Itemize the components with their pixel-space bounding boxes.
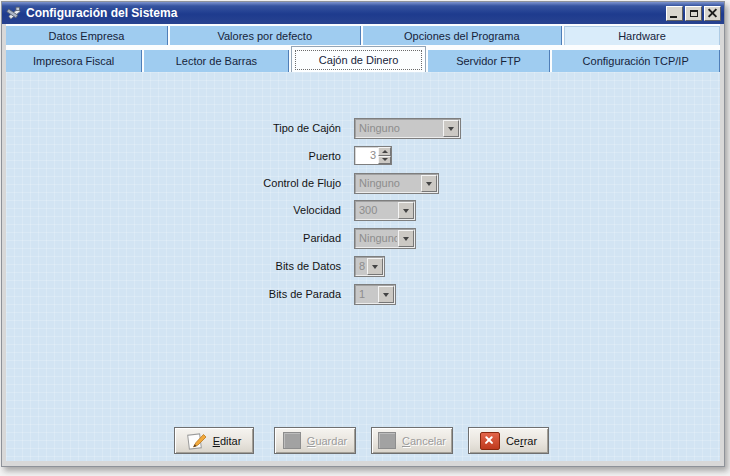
bits-de-parada-combobox[interactable]: 1 <box>354 284 396 305</box>
edit-pencil-icon <box>187 432 207 450</box>
field-label-tipo-de-cajon: Tipo de Cajón <box>273 118 341 139</box>
tab-datos-empresa[interactable]: Datos Empresa <box>6 26 168 45</box>
dialog-window: Configuración del Sistema Datos Empresa … <box>1 1 725 467</box>
tab-row-hardware: Impresora Fiscal Lector de Barras Cajón … <box>6 46 720 72</box>
dropdown-arrow-icon[interactable] <box>398 202 414 219</box>
puerto-spinner[interactable]: 3 <box>354 146 392 165</box>
tab-hardware[interactable]: Hardware <box>564 26 720 45</box>
field-label-bits-de-parada: Bits de Parada <box>269 284 341 305</box>
form-row: Paridad Ninguno <box>6 228 720 249</box>
spinner-down-icon[interactable] <box>378 156 391 165</box>
dropdown-arrow-icon[interactable] <box>367 258 383 275</box>
spinner-up-icon[interactable] <box>378 147 391 156</box>
velocidad-value: 300 <box>355 201 397 220</box>
minimize-icon <box>670 16 677 18</box>
field-label-control-de-flujo: Control de Flujo <box>263 173 341 194</box>
tab-impresora-fiscal[interactable]: Impresora Fiscal <box>6 50 142 72</box>
cerrar-label: Cerrar <box>506 435 537 447</box>
tipo-de-cajon-value: Ninguno <box>355 119 442 138</box>
close-icon <box>708 9 717 18</box>
form-row: Bits de Parada 1 <box>6 284 720 305</box>
tab-servidor-ftp[interactable]: Servidor FTP <box>428 50 551 72</box>
tab-valores-por-defecto[interactable]: Valores por defecto <box>170 26 361 45</box>
field-label-puerto: Puerto <box>309 146 341 167</box>
tab-configuracion-tcpip[interactable]: Configuración TCP/IP <box>552 50 720 72</box>
cajon-de-dinero-panel: Tipo de Cajón Ninguno Puerto 3 Control d… <box>6 72 720 461</box>
bits-de-parada-value: 1 <box>355 285 377 304</box>
cancelar-button[interactable]: Cancelar <box>371 427 453 454</box>
dropdown-arrow-icon[interactable] <box>378 286 394 303</box>
control-de-flujo-combobox[interactable]: Ninguno <box>354 173 439 194</box>
guardar-button[interactable]: Guardar <box>274 427 356 454</box>
form-row: Bits de Datos 8 <box>6 256 720 277</box>
tipo-de-cajon-combobox[interactable]: Ninguno <box>354 118 461 139</box>
system-tools-icon[interactable] <box>6 6 21 21</box>
puerto-value: 3 <box>355 147 378 164</box>
field-label-velocidad: Velocidad <box>293 200 341 221</box>
form-row: Control de Flujo Ninguno <box>6 173 720 194</box>
tab-lector-de-barras[interactable]: Lector de Barras <box>144 50 289 72</box>
paridad-value: Ninguno <box>355 229 397 248</box>
window-title: Configuración del Sistema <box>26 6 664 20</box>
paridad-combobox[interactable]: Ninguno <box>354 228 416 249</box>
form-row: Velocidad 300 <box>6 200 720 221</box>
velocidad-combobox[interactable]: 300 <box>354 200 416 221</box>
tab-opciones-del-programa[interactable]: Opciones del Programa <box>363 26 562 45</box>
close-red-x-icon <box>480 432 500 450</box>
cerrar-button[interactable]: Cerrar <box>468 427 549 454</box>
maximize-icon <box>690 10 698 17</box>
dropdown-arrow-icon[interactable] <box>443 120 459 137</box>
field-label-paridad: Paridad <box>303 228 341 249</box>
minimize-button[interactable] <box>666 6 683 21</box>
editar-label: Editar <box>213 435 242 447</box>
titlebar: Configuración del Sistema <box>2 2 724 24</box>
field-label-bits-de-datos: Bits de Datos <box>276 256 341 277</box>
tab-row-main: Datos Empresa Valores por defecto Opcion… <box>6 26 720 45</box>
dropdown-arrow-icon[interactable] <box>398 230 414 247</box>
bits-de-datos-combobox[interactable]: 8 <box>354 256 385 277</box>
editar-button[interactable]: Editar <box>174 427 254 454</box>
form-row: Puerto 3 <box>6 146 720 167</box>
close-button[interactable] <box>704 6 721 21</box>
cancelar-label: Cancelar <box>402 435 446 447</box>
form-row: Tipo de Cajón Ninguno <box>6 118 720 139</box>
bits-de-datos-value: 8 <box>355 257 366 276</box>
save-disabled-icon <box>283 432 301 449</box>
dropdown-arrow-icon[interactable] <box>421 175 437 192</box>
tab-cajon-de-dinero[interactable]: Cajón de Dinero <box>291 46 425 72</box>
maximize-button[interactable] <box>685 6 702 21</box>
control-de-flujo-value: Ninguno <box>355 174 420 193</box>
guardar-label: Guardar <box>307 435 347 447</box>
cancel-disabled-icon <box>378 432 396 449</box>
